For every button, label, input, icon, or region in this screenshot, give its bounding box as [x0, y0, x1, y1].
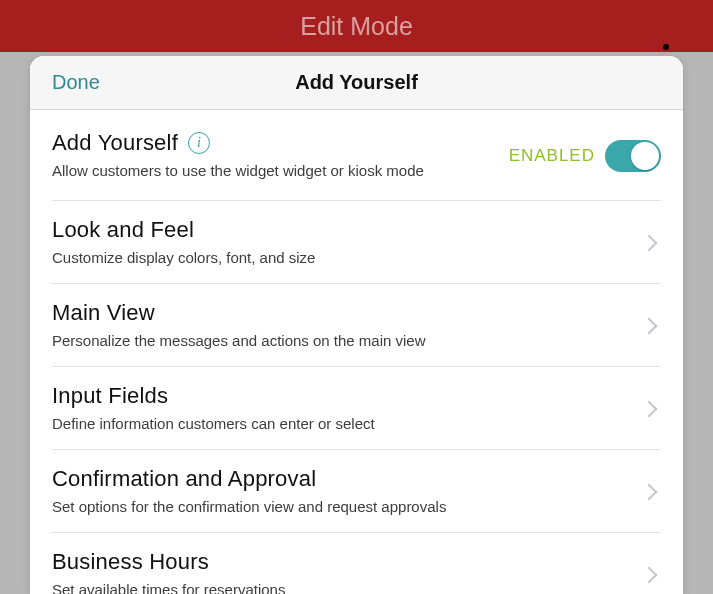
toggle-knob — [631, 142, 659, 170]
row-sub-look: Customize display colors, font, and size — [52, 249, 623, 266]
row-add-yourself: Add Yourself i Allow customers to use th… — [30, 110, 683, 201]
row-sub-main: Personalize the messages and actions on … — [52, 332, 623, 349]
row-sub-hours: Set available times for reservations — [52, 581, 623, 594]
row-title-input: Input Fields — [52, 383, 623, 409]
row-sub-input: Define information customers can enter o… — [52, 415, 623, 432]
row-main-view[interactable]: Main View Personalize the messages and a… — [30, 284, 683, 367]
settings-sheet: Done Add Yourself Add Yourself i Allow c… — [30, 56, 683, 594]
row-look-and-feel[interactable]: Look and Feel Customize display colors, … — [30, 201, 683, 284]
enabled-label: ENABLED — [509, 146, 595, 166]
row-business-hours[interactable]: Business Hours Set available times for r… — [30, 533, 683, 594]
row-sub-confirm: Set options for the confirmation view an… — [52, 498, 623, 515]
dot-indicator — [663, 44, 669, 50]
chevron-right-icon — [643, 237, 655, 249]
edit-mode-banner: Edit Mode — [0, 0, 713, 52]
row-input-fields[interactable]: Input Fields Define information customer… — [30, 367, 683, 450]
sheet-header: Done Add Yourself — [30, 56, 683, 110]
sheet-title: Add Yourself — [295, 71, 418, 94]
toggle-switch[interactable] — [605, 140, 661, 172]
edit-mode-title: Edit Mode — [300, 12, 413, 41]
row-title-main: Main View — [52, 300, 623, 326]
row-title-hours: Business Hours — [52, 549, 623, 575]
chevron-right-icon — [643, 403, 655, 415]
done-button[interactable]: Done — [52, 56, 100, 109]
row-title-look: Look and Feel — [52, 217, 623, 243]
settings-list: Add Yourself i Allow customers to use th… — [30, 110, 683, 594]
row-title-confirm: Confirmation and Approval — [52, 466, 623, 492]
row-confirmation[interactable]: Confirmation and Approval Set options fo… — [30, 450, 683, 533]
chevron-right-icon — [643, 486, 655, 498]
done-label: Done — [52, 71, 100, 94]
chevron-right-icon — [643, 320, 655, 332]
row-title-add-yourself: Add Yourself — [52, 130, 178, 156]
chevron-right-icon — [643, 569, 655, 581]
row-right-add-yourself: ENABLED — [509, 140, 661, 172]
info-icon[interactable]: i — [188, 132, 210, 154]
